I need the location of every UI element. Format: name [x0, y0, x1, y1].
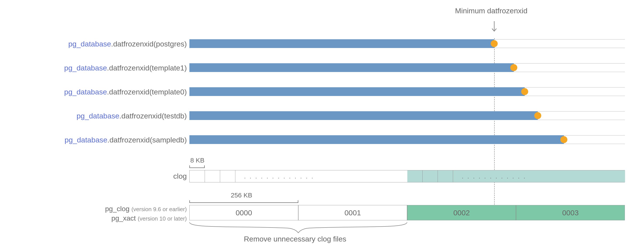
datfrozenxid-row-label: pg_database.datfrozenxid(sampledb)	[65, 136, 187, 144]
datfrozenxid-field-text: .datfrozenxid(postgres)	[111, 40, 187, 48]
datfrozenxid-marker-dot	[534, 112, 541, 119]
clog-file-track: 0000000100020003	[190, 205, 625, 220]
remove-clog-caption: Remove unnecessary clog files	[244, 235, 346, 243]
clog-file-segment: 0002	[407, 205, 516, 220]
clog-page-box	[205, 170, 220, 182]
datfrozenxid-marker-dot	[560, 136, 567, 143]
clog-page-box	[190, 170, 205, 182]
clog-file-segment: 0000	[190, 205, 298, 220]
clog-page-box	[220, 170, 235, 182]
page-size-8kb-bracket	[190, 165, 205, 168]
datfrozenxid-row-label: pg_database.datfrozenxid(template0)	[64, 88, 187, 96]
pg-database-link: pg_database	[64, 88, 107, 96]
min-datfrozenxid-arrow	[490, 21, 498, 35]
file-size-256kb-bracket	[190, 200, 298, 203]
clog-ellipsis-dots: ............	[462, 170, 529, 183]
pg-database-link: pg_database	[65, 136, 108, 144]
datfrozenxid-bar	[190, 63, 514, 72]
datfrozenxid-row-label: pg_database.datfrozenxid(template1)	[64, 64, 187, 72]
pgclog-name: pg_clog	[105, 205, 130, 213]
clog-page-box	[407, 170, 422, 182]
clog-ellipsis-dots: .............	[244, 170, 317, 183]
clog-file-segment: 0001	[298, 205, 407, 220]
pgxact-version-note: (version 10 or later)	[138, 215, 187, 222]
pg-database-link: pg_database	[64, 64, 107, 72]
datfrozenxid-field-text: .datfrozenxid(sampledb)	[107, 136, 187, 144]
datfrozenxid-field-text: .datfrozenxid(template1)	[107, 64, 187, 72]
clog-file-segment: 0003	[516, 205, 625, 220]
min-datfrozenxid-label: Minimum datfrozenxid	[455, 7, 528, 15]
pg-database-link: pg_database	[68, 40, 111, 48]
pg-database-link: pg_database	[76, 112, 119, 120]
clog-page-box	[438, 170, 453, 182]
datfrozenxid-row-label: pg_database.datfrozenxid(testdb)	[76, 112, 187, 120]
pgclog-pgxact-labels: pg_clog (version 9.6 or earlier) pg_xact…	[105, 204, 187, 223]
datfrozenxid-row-label: pg_database.datfrozenxid(postgres)	[68, 40, 187, 48]
file-size-256kb-label: 256 KB	[231, 192, 252, 199]
pgxact-name: pg_xact	[112, 214, 136, 222]
datfrozenxid-marker-dot	[510, 64, 517, 71]
datfrozenxid-bar	[190, 39, 494, 48]
removable-files-brace	[190, 222, 407, 233]
datfrozenxid-marker-dot	[491, 40, 498, 47]
pgclog-version-note: (version 9.6 or earlier)	[132, 206, 187, 212]
clog-track: .........................	[190, 170, 625, 182]
datfrozenxid-field-text: .datfrozenxid(template0)	[107, 88, 187, 96]
page-size-8kb-label: 8 KB	[190, 157, 204, 164]
datfrozenxid-bar	[190, 135, 564, 144]
datfrozenxid-field-text: .datfrozenxid(testdb)	[119, 112, 187, 120]
datfrozenxid-bar	[190, 111, 538, 120]
datfrozenxid-marker-dot	[521, 88, 528, 95]
clog-page-box	[422, 170, 438, 182]
clog-label: clog	[173, 172, 187, 180]
datfrozenxid-bar	[190, 87, 525, 96]
